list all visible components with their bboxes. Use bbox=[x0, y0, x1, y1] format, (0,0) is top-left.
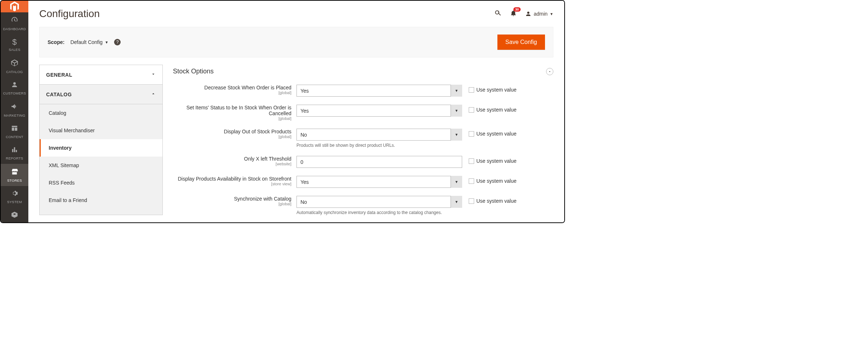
use-system-checkbox[interactable] bbox=[469, 198, 474, 204]
nav-find-partners[interactable]: FIND PARTNERS bbox=[1, 207, 28, 223]
field-note: Products will still be shown by direct p… bbox=[296, 143, 462, 148]
field-row: Decrease Stock When Order is Placed[glob… bbox=[173, 85, 553, 97]
use-system-checkbox[interactable] bbox=[469, 158, 474, 164]
nav-label: SALES bbox=[9, 48, 20, 52]
save-config-button[interactable]: Save Config bbox=[497, 35, 545, 50]
field-input bbox=[296, 156, 462, 168]
tab-label: RSS Feeds bbox=[49, 180, 75, 186]
field-select[interactable]: Yes bbox=[296, 105, 462, 117]
search-icon[interactable] bbox=[494, 9, 502, 19]
use-system-value: Use system value bbox=[462, 105, 516, 113]
nav-content[interactable]: CONTENT bbox=[1, 121, 28, 142]
tab-inventory[interactable]: Inventory bbox=[40, 139, 162, 157]
field-label: Display Out of Stock Products[global] bbox=[173, 129, 296, 139]
field-label: Decrease Stock When Order is Placed[glob… bbox=[173, 85, 296, 95]
nav-label: DASHBOARD bbox=[3, 27, 26, 31]
field-select[interactable]: No bbox=[296, 129, 462, 141]
nav-stores[interactable]: STORES bbox=[1, 164, 28, 186]
nav-sales[interactable]: $ SALES bbox=[1, 35, 28, 55]
notification-bell-icon[interactable]: 30 bbox=[510, 9, 517, 19]
field-input: Yes▼ bbox=[296, 85, 462, 97]
fieldset-title: Stock Options bbox=[173, 68, 214, 75]
use-system-checkbox[interactable] bbox=[469, 131, 474, 137]
use-system-label: Use system value bbox=[476, 158, 516, 164]
page-header: Configuration 30 admin ▼ bbox=[28, 1, 564, 23]
nav-label: FIND PARTNERS bbox=[1, 221, 28, 223]
field-row: Synchronize with Catalog[global]No▼Autom… bbox=[173, 196, 553, 215]
store-icon bbox=[11, 168, 19, 177]
field-text-input[interactable] bbox=[296, 156, 462, 168]
use-system-value: Use system value bbox=[462, 156, 516, 164]
collapse-icon[interactable] bbox=[546, 68, 553, 75]
tab-xml-sitemap[interactable]: XML Sitemap bbox=[40, 157, 162, 174]
nav-catalog[interactable]: CATALOG bbox=[1, 55, 28, 77]
user-icon bbox=[525, 11, 532, 17]
nav-label: MARKETING bbox=[4, 113, 25, 117]
dashboard-icon bbox=[11, 16, 19, 25]
box-icon bbox=[11, 59, 19, 68]
nav-label: STORES bbox=[7, 178, 22, 182]
nav-label: CATALOG bbox=[6, 70, 23, 74]
scope-selector[interactable]: Default Config ▼ bbox=[70, 39, 109, 45]
field-input: No▼Automatically synchronize inventory d… bbox=[296, 196, 462, 215]
tab-label: XML Sitemap bbox=[49, 162, 79, 168]
field-select[interactable]: No bbox=[296, 196, 462, 208]
nav-reports[interactable]: REPORTS bbox=[1, 142, 28, 164]
use-system-label: Use system value bbox=[476, 87, 516, 93]
field-row: Display Out of Stock Products[global]No▼… bbox=[173, 129, 553, 148]
use-system-label: Use system value bbox=[476, 198, 516, 204]
scope-value: Default Config bbox=[70, 39, 103, 45]
field-label: Synchronize with Catalog[global] bbox=[173, 196, 296, 206]
admin-user-menu[interactable]: admin ▼ bbox=[525, 11, 553, 17]
dollar-icon: $ bbox=[12, 38, 17, 46]
magento-logo[interactable] bbox=[1, 1, 28, 12]
field-label: Set Items' Status to be In Stock When Or… bbox=[173, 105, 296, 121]
tab-email-to-friend[interactable]: Email to a Friend bbox=[40, 191, 162, 209]
nav-system[interactable]: SYSTEM bbox=[1, 186, 28, 207]
field-row: Set Items' Status to be In Stock When Or… bbox=[173, 105, 553, 121]
chevron-down-icon bbox=[151, 72, 156, 78]
tab-catalog[interactable]: Catalog bbox=[40, 104, 162, 122]
admin-nav: DASHBOARD $ SALES CATALOG CUSTOMERS MARK… bbox=[1, 1, 28, 222]
chevron-down-icon: ▼ bbox=[105, 40, 108, 44]
page-title: Configuration bbox=[39, 8, 100, 20]
tab-section-catalog[interactable]: CATALOG bbox=[40, 85, 162, 104]
nav-label: REPORTS bbox=[6, 156, 23, 160]
help-icon[interactable]: ? bbox=[114, 39, 121, 45]
tab-label: Inventory bbox=[49, 145, 72, 151]
use-system-value: Use system value bbox=[462, 176, 516, 184]
gear-icon bbox=[11, 190, 18, 198]
use-system-value: Use system value bbox=[462, 196, 516, 204]
use-system-label: Use system value bbox=[476, 131, 516, 137]
nav-label: SYSTEM bbox=[7, 200, 22, 204]
field-row: Display Products Availability in Stock o… bbox=[173, 176, 553, 188]
field-select[interactable]: Yes bbox=[296, 176, 462, 188]
person-icon bbox=[11, 81, 18, 90]
config-tabs: GENERAL CATALOG Catalog Visual Merchandi… bbox=[39, 65, 163, 215]
field-input: Yes▼ bbox=[296, 176, 462, 188]
scope-bar: Scope: Default Config ▼ ? Save Config bbox=[39, 27, 553, 57]
tab-section-general[interactable]: GENERAL bbox=[40, 65, 162, 85]
field-note: Automatically synchronize inventory data… bbox=[296, 210, 462, 215]
field-label: Display Products Availability in Stock o… bbox=[173, 176, 296, 186]
tab-rss-feeds[interactable]: RSS Feeds bbox=[40, 174, 162, 191]
chevron-down-icon: ▼ bbox=[550, 12, 553, 16]
field-select[interactable]: Yes bbox=[296, 85, 462, 97]
nav-marketing[interactable]: MARKETING bbox=[1, 99, 28, 121]
fieldset-header[interactable]: Stock Options bbox=[173, 65, 553, 85]
nav-customers[interactable]: CUSTOMERS bbox=[1, 77, 28, 99]
tab-label: Catalog bbox=[49, 110, 66, 116]
use-system-checkbox[interactable] bbox=[469, 178, 474, 184]
megaphone-icon bbox=[11, 102, 19, 112]
main-content: Configuration 30 admin ▼ Scope: bbox=[28, 1, 564, 222]
notification-count: 30 bbox=[513, 7, 521, 12]
section-label: GENERAL bbox=[46, 72, 72, 78]
nav-dashboard[interactable]: DASHBOARD bbox=[1, 12, 28, 35]
scope-label: Scope: bbox=[48, 39, 65, 45]
use-system-checkbox[interactable] bbox=[469, 107, 474, 113]
tab-label: Visual Merchandiser bbox=[49, 128, 95, 133]
use-system-value: Use system value bbox=[462, 85, 516, 93]
use-system-checkbox[interactable] bbox=[469, 87, 474, 93]
layout-icon bbox=[11, 125, 18, 133]
tab-visual-merchandiser[interactable]: Visual Merchandiser bbox=[40, 122, 162, 139]
